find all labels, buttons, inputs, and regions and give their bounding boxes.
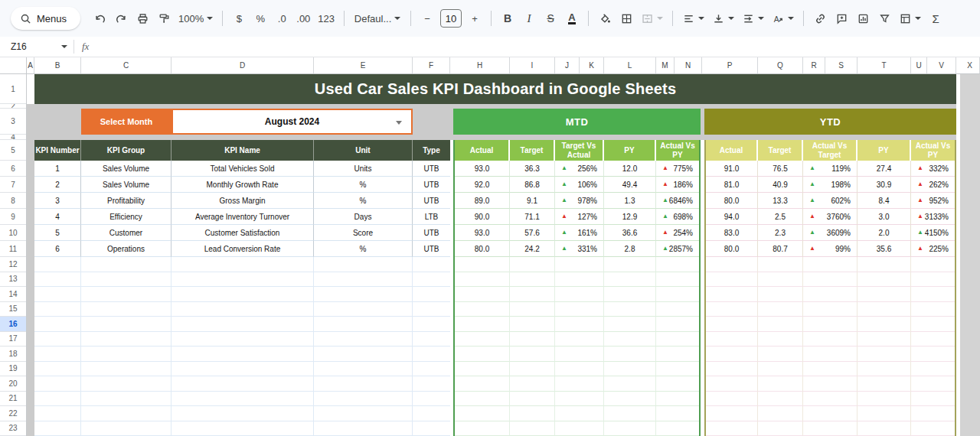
grid-cell-vs[interactable]: ▲698% [656,209,699,225]
table-views-button[interactable] [896,8,924,29]
empty-grid-cell[interactable] [34,317,81,332]
empty-grid-cell[interactable] [172,347,314,362]
row-header-21[interactable]: 21 [0,392,26,407]
empty-grid-cell[interactable] [758,272,803,288]
empty-grid-cell[interactable] [81,302,172,317]
empty-grid-cell[interactable] [510,347,555,362]
row-header-5[interactable]: 5 [0,140,26,161]
empty-grid-cell[interactable] [758,392,803,407]
empty-grid-cell[interactable] [706,392,758,407]
row-header-12[interactable]: 12 [0,257,26,272]
empty-grid-cell[interactable] [911,332,955,347]
empty-grid-cell[interactable] [911,287,955,302]
paint-format-button[interactable] [154,8,174,29]
grid-cell-vs[interactable]: ▲952% [911,193,955,209]
grid-cell-vs[interactable]: ▲127% [555,209,604,225]
empty-grid-cell[interactable] [555,332,604,347]
grid-cell[interactable]: 40.9 [758,177,803,193]
grid-cell-vs[interactable]: ▲3609% [803,225,858,241]
empty-grid-cell[interactable] [172,392,314,407]
empty-grid-cell[interactable] [455,406,510,421]
empty-grid-cell[interactable] [656,347,699,362]
grid-cell[interactable]: Operations [81,241,172,257]
grid-cell[interactable]: 36.6 [604,225,656,241]
empty-grid-cell[interactable] [656,376,699,392]
grid-cell[interactable]: 2.3 [758,225,803,241]
increase-font-size-button[interactable]: + [465,8,485,29]
column-header-u[interactable]: U [911,57,927,73]
empty-grid-cell[interactable] [706,272,758,288]
grid-cell[interactable]: 35.6 [858,241,911,257]
empty-grid-cell[interactable] [413,406,450,421]
insert-chart-button[interactable] [853,8,873,29]
empty-grid-cell[interactable] [172,406,314,421]
empty-grid-cell[interactable] [803,362,858,377]
grid-cell[interactable]: 89.0 [455,193,510,209]
empty-grid-cell[interactable] [555,406,604,421]
grid-cell[interactable]: 12.9 [604,209,656,225]
column-header-l[interactable]: L [604,57,656,73]
grid-cell-vs[interactable]: ▲978% [555,193,604,209]
empty-grid-cell[interactable] [455,302,510,317]
empty-grid-cell[interactable] [803,392,858,407]
grid-cell[interactable]: Sales Volume [81,161,172,177]
italic-button[interactable]: I [519,8,539,29]
empty-grid-cell[interactable] [803,257,858,272]
grid-cell[interactable]: 80.7 [758,241,803,257]
empty-grid-cell[interactable] [314,272,413,288]
empty-grid-cell[interactable] [911,406,955,421]
empty-grid-cell[interactable] [858,376,911,392]
empty-grid-cell[interactable] [604,257,656,272]
empty-grid-cell[interactable] [803,421,858,436]
empty-grid-cell[interactable] [656,317,699,332]
insert-comment-button[interactable] [831,8,851,29]
empty-grid-cell[interactable] [604,287,656,302]
empty-grid-cell[interactable] [803,347,858,362]
empty-grid-cell[interactable] [455,362,510,377]
grid-cell[interactable]: 3 [34,193,81,209]
empty-grid-cell[interactable] [656,332,699,347]
empty-grid-cell[interactable] [858,332,911,347]
empty-grid-cell[interactable] [81,257,172,272]
empty-grid-cell[interactable] [911,347,955,362]
empty-grid-cell[interactable] [413,257,450,272]
empty-grid-cell[interactable] [604,302,656,317]
functions-button[interactable]: Σ [926,8,946,29]
empty-grid-cell[interactable] [858,347,911,362]
empty-grid-cell[interactable] [314,317,413,332]
empty-grid-cell[interactable] [758,317,803,332]
empty-grid-cell[interactable] [656,302,699,317]
empty-grid-cell[interactable] [413,347,450,362]
empty-grid-cell[interactable] [604,392,656,407]
column-header-n[interactable]: N [675,57,702,73]
grid-cell-vs[interactable]: ▲331% [555,241,604,257]
grid-cell[interactable]: UTB [413,177,450,193]
grid-cell-vs[interactable]: ▲3133% [911,209,955,225]
empty-grid-cell[interactable] [803,287,858,302]
grid-cell[interactable]: 80.0 [706,193,758,209]
grid-cell[interactable]: 86.8 [510,177,555,193]
grid-cell[interactable]: Lead Conversion Rate [172,241,314,257]
grid-cell[interactable]: Profitability [81,193,172,209]
empty-grid-cell[interactable] [911,421,955,436]
column-header-k[interactable]: K [580,57,604,73]
select-all-corner[interactable] [0,57,27,74]
grid-cell[interactable]: UTB [413,241,450,257]
grid-cell[interactable]: 94.0 [706,209,758,225]
grid-cell-vs[interactable]: ▲602% [803,193,858,209]
create-filter-button[interactable] [874,8,894,29]
empty-grid-cell[interactable] [604,421,656,436]
grid-cell[interactable]: % [314,177,413,193]
empty-grid-cell[interactable] [706,332,758,347]
empty-grid-cell[interactable] [510,421,555,436]
grid-cell[interactable]: 2.8 [604,241,656,257]
row-header-16[interactable]: 16 [0,317,26,332]
empty-grid-cell[interactable] [314,392,413,407]
empty-grid-cell[interactable] [758,362,803,377]
empty-grid-cell[interactable] [604,406,656,421]
empty-grid-cell[interactable] [706,362,758,377]
empty-grid-cell[interactable] [555,421,604,436]
font-size-input[interactable]: 10 [440,9,462,28]
font-selector[interactable]: Defaul... [351,8,404,29]
grid-cell[interactable]: Monthly Growth Rate [172,177,314,193]
